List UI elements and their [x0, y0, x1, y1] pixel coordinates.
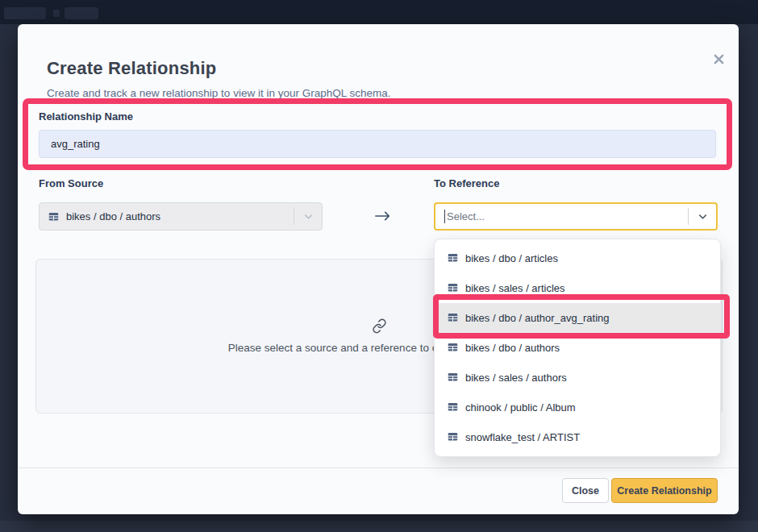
from-source-select[interactable]: bikes / dbo / authors [39, 202, 323, 231]
to-reference-dropdown: bikes / dbo / articles bikes / sales / a… [434, 239, 721, 457]
dropdown-option[interactable]: snowflake_test / ARTIST [435, 422, 720, 452]
table-icon [448, 282, 458, 295]
modal-title: Create Relationship [47, 58, 216, 79]
table-icon [448, 431, 458, 444]
relationship-name-label: Relationship Name [39, 110, 133, 123]
dimmed-app-navbar [0, 0, 758, 24]
dimmed-nav-item [65, 7, 98, 19]
dropdown-option[interactable]: bikes / dbo / authors [435, 333, 720, 363]
dropdown-option[interactable]: bikes / sales / authors [435, 363, 720, 393]
table-icon [48, 211, 59, 222]
from-source-label: From Source [39, 177, 103, 189]
dropdown-option[interactable]: chinook / public / Album [435, 393, 720, 422]
dimmed-nav-item [4, 7, 46, 19]
create-relationship-button[interactable]: Create Relationship [611, 478, 718, 503]
table-icon [448, 342, 458, 355]
modal-subtitle: Create and track a new relationship to v… [47, 87, 390, 99]
chevron-down-icon [689, 210, 716, 222]
dropdown-option-label: bikes / dbo / author_avg_rating [465, 312, 610, 324]
dropdown-option-label: bikes / sales / articles [465, 282, 565, 294]
dropdown-option[interactable]: bikes / sales / articles [435, 273, 720, 303]
dropdown-option-highlighted[interactable]: bikes / dbo / author_avg_rating [435, 303, 720, 333]
arrow-right-icon [374, 210, 392, 226]
screen: Create Relationship Create and track a n… [0, 0, 758, 532]
dropdown-option-label: bikes / dbo / authors [465, 342, 560, 354]
relationship-name-input[interactable] [39, 130, 716, 158]
to-reference-label: To Reference [434, 177, 499, 189]
dropdown-option[interactable]: bikes / dbo / articles [435, 243, 720, 273]
dropdown-option-label: bikes / sales / authors [465, 372, 567, 384]
link-icon [372, 318, 387, 337]
close-icon[interactable] [710, 50, 727, 68]
table-icon [448, 372, 458, 384]
create-relationship-modal: Create Relationship Create and track a n… [18, 24, 739, 514]
table-icon [448, 312, 458, 325]
dropdown-option-label: chinook / public / Album [465, 401, 576, 414]
text-cursor [444, 210, 445, 223]
chevron-down-icon [294, 210, 322, 222]
to-reference-select[interactable]: Select... [434, 202, 718, 231]
dropdown-option-label: snowflake_test / ARTIST [465, 431, 580, 443]
dropdown-option-label: bikes / dbo / articles [465, 252, 558, 264]
close-button[interactable]: Close [562, 478, 609, 503]
footer-divider [18, 468, 739, 468]
dimmed-nav-icon [53, 10, 60, 17]
table-icon [448, 252, 458, 265]
from-source-value: bikes / dbo / authors [66, 210, 160, 222]
table-icon [448, 401, 458, 414]
to-reference-placeholder: Select... [447, 210, 485, 222]
dimmed-app-footer [0, 521, 758, 532]
